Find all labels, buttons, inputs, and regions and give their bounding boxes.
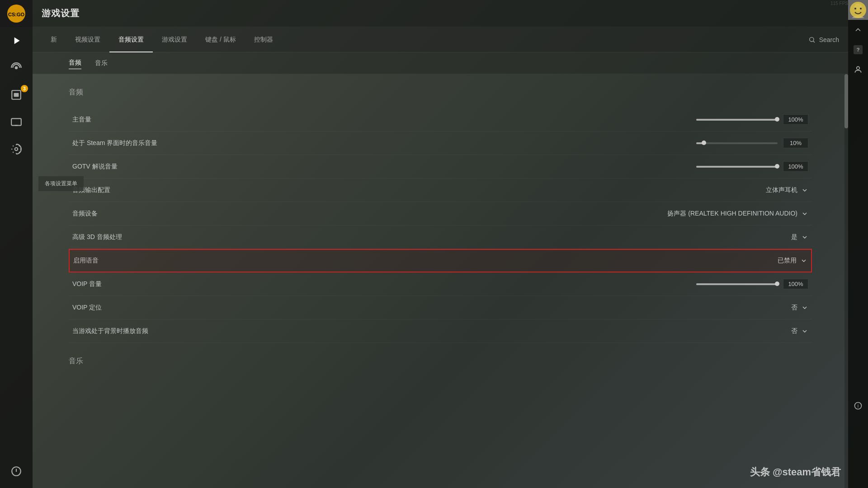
- svg-point-21: [809, 37, 813, 41]
- sub-tab-music[interactable]: 音乐: [95, 57, 108, 69]
- row-audio-3d: 高级 3D 音频处理 是: [69, 225, 812, 249]
- slider-voip-volume[interactable]: [696, 283, 778, 285]
- label-audio-device: 音频设备: [72, 210, 667, 218]
- enable-voice-text: 已禁用: [778, 257, 797, 265]
- slider-steam-music[interactable]: [696, 142, 778, 144]
- value-audio-device[interactable]: 扬声器 (REALTEK HIGH DEFINITION AUDIO): [667, 210, 808, 218]
- tab-keyboard[interactable]: 键盘 / 鼠标: [196, 27, 245, 52]
- search-icon: [808, 36, 816, 43]
- info-icon[interactable]: i: [848, 396, 868, 416]
- tab-controller[interactable]: 控制器: [245, 27, 282, 52]
- tab-audio[interactable]: 音频设置: [109, 27, 153, 52]
- svg-point-14: [854, 8, 856, 9]
- row-master-volume: 主音量 100%: [69, 108, 812, 131]
- label-audio-output: 音频输出配置: [72, 186, 766, 194]
- tab-game[interactable]: 游戏设置: [153, 27, 196, 52]
- slider-gotv-volume[interactable]: [696, 166, 778, 168]
- svg-marker-2: [14, 37, 20, 44]
- row-audio-device: 音频设备 扬声器 (REALTEK HIGH DEFINITION AUDIO): [69, 202, 812, 225]
- audio-device-text: 扬声器 (REALTEK HIGH DEFINITION AUDIO): [667, 210, 797, 218]
- chevron-down-icon-3d: [801, 234, 808, 241]
- sidebar: CS:GO 3: [0, 0, 33, 488]
- search-label: Search: [819, 36, 839, 43]
- power-icon[interactable]: [10, 465, 22, 479]
- value-voip-position[interactable]: 否: [791, 304, 808, 312]
- label-enable-voice: 启用语音: [73, 257, 778, 265]
- sub-tabs: 音频 音乐: [33, 52, 848, 74]
- sub-tab-audio[interactable]: 音频: [69, 57, 81, 69]
- slider-master-volume[interactable]: [696, 119, 778, 121]
- chevron-down-icon-bg: [801, 328, 808, 335]
- audio-output-text: 立体声耳机: [766, 186, 797, 194]
- play-button[interactable]: [0, 27, 33, 54]
- title-bar: 游戏设置: [33, 0, 848, 27]
- label-background-audio: 当游戏处于背景时播放音频: [72, 327, 791, 335]
- tab-video[interactable]: 视频设置: [66, 27, 109, 52]
- watch-icon[interactable]: [0, 108, 33, 136]
- profile-icon[interactable]: [848, 60, 868, 80]
- slider-fill-voip: [696, 283, 778, 285]
- search-button[interactable]: Search: [808, 36, 839, 43]
- chevron-down-icon-device: [801, 210, 808, 217]
- page-title: 游戏设置: [42, 7, 80, 19]
- row-background-audio: 当游戏处于背景时播放音频 否: [69, 319, 812, 343]
- audio-section-title: 音频: [69, 88, 812, 97]
- value-voip-volume: 100%: [696, 279, 808, 289]
- label-master-volume: 主音量: [72, 116, 696, 124]
- row-voip-volume: VOIP 音量 100%: [69, 272, 812, 296]
- chevron-down-icon-voip-pos: [801, 304, 808, 311]
- label-voip-volume: VOIP 音量: [72, 280, 696, 288]
- help-icon[interactable]: ?: [848, 40, 868, 60]
- svg-point-15: [860, 8, 862, 9]
- slider-fill-gotv: [696, 166, 778, 168]
- label-gotv-volume: GOTV 解说音量: [72, 163, 696, 171]
- svg-text:?: ?: [856, 47, 859, 52]
- background-audio-text: 否: [791, 327, 797, 335]
- svg-point-18: [857, 66, 860, 70]
- svg-rect-5: [14, 93, 19, 97]
- value-enable-voice[interactable]: 已禁用: [778, 257, 807, 265]
- svg-rect-6: [11, 118, 21, 125]
- chevron-down-icon: [801, 187, 808, 194]
- music-section-title: 音乐: [69, 357, 812, 366]
- svg-point-8: [15, 148, 18, 151]
- row-audio-output: 音频输出配置 立体声耳机: [69, 178, 812, 202]
- nav-bar: 新 视频设置 音频设置 游戏设置 键盘 / 鼠标 控制器 Search: [33, 27, 848, 52]
- row-steam-music: 处于 Steam 界面时的音乐音量 10%: [69, 131, 812, 155]
- broadcast-icon[interactable]: [0, 54, 33, 81]
- value-audio-3d[interactable]: 是: [791, 233, 808, 241]
- csgo-logo: CS:GO: [0, 0, 33, 27]
- settings-menu-button[interactable]: 各项设置菜单: [38, 176, 84, 191]
- arrow-up-icon[interactable]: [848, 20, 868, 40]
- content-area: 音频 主音量 100% 处于 Steam 界面时的音乐音量 10% GOT: [33, 74, 848, 488]
- inventory-icon[interactable]: 3: [0, 81, 33, 108]
- value-background-audio[interactable]: 否: [791, 327, 808, 335]
- value-gotv-volume: 100%: [696, 161, 808, 172]
- notification-badge: 3: [21, 85, 28, 92]
- value-box-voip: 100%: [783, 279, 808, 289]
- value-box-master: 100%: [783, 114, 808, 125]
- row-gotv-volume: GOTV 解说音量 100%: [69, 155, 812, 178]
- svg-point-3: [15, 66, 18, 70]
- label-steam-music: 处于 Steam 界面时的音乐音量: [72, 139, 696, 147]
- value-box-gotv: 100%: [783, 161, 808, 172]
- svg-text:i: i: [858, 403, 859, 408]
- svg-line-22: [813, 41, 814, 42]
- value-master-volume: 100%: [696, 114, 808, 125]
- settings-icon[interactable]: [0, 136, 33, 163]
- tab-new[interactable]: 新: [42, 27, 66, 52]
- value-steam-music: 10%: [696, 138, 808, 148]
- user-avatar[interactable]: [848, 0, 868, 20]
- audio-3d-text: 是: [791, 233, 797, 241]
- scrollbar[interactable]: [844, 74, 848, 488]
- slider-fill-master: [696, 119, 778, 121]
- svg-point-13: [850, 2, 866, 18]
- right-panel: ? i: [848, 0, 868, 488]
- svg-text:CS:GO: CS:GO: [8, 12, 25, 17]
- watermark: 头条 @steam省钱君: [750, 465, 841, 479]
- slider-fill-steam: [696, 142, 704, 144]
- logo-icon: CS:GO: [6, 4, 26, 23]
- value-audio-output[interactable]: 立体声耳机: [766, 186, 808, 194]
- row-voip-position: VOIP 定位 否: [69, 296, 812, 319]
- scrollbar-thumb[interactable]: [844, 74, 848, 128]
